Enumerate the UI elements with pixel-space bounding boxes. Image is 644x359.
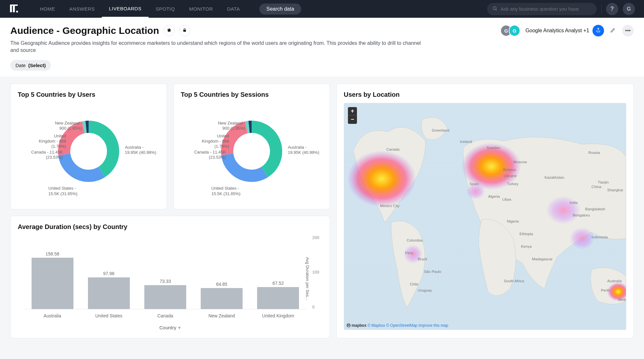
nav-liveboards[interactable]: LIVEBOARDS <box>102 0 149 18</box>
share-icon <box>596 27 601 34</box>
donut-chart-users[interactable]: Australia -19.95K (40.99%) United States… <box>18 103 159 200</box>
bar-value-label: 158.58 <box>45 251 59 256</box>
bar-categories: AustraliaUnited StatesCanadaNew ZealandU… <box>24 311 306 322</box>
bar-col[interactable]: 67.52 <box>257 281 299 309</box>
svg-text:São Paulo: São Paulo <box>424 269 441 274</box>
bar-block <box>201 288 243 309</box>
label-us: United States -15.5K (31.85%) <box>48 186 77 196</box>
label-canada: Canada - 11.45K(23.53%) <box>31 150 63 160</box>
top-nav: HOME ANSWERS LIVEBOARDS SPOTIQ MONITOR D… <box>0 0 644 18</box>
pencil-icon <box>610 27 616 34</box>
bar-area: 158.5897.9673.3364.8567.52 <box>24 235 306 309</box>
svg-point-19 <box>347 151 416 207</box>
svg-point-2 <box>16 11 18 13</box>
bar-category-label: Australia <box>32 311 73 322</box>
more-button[interactable]: ••• <box>622 25 634 36</box>
bar-category-label: New Zealand <box>201 311 243 322</box>
svg-point-21 <box>546 196 581 224</box>
card-title: Users by Location <box>344 91 626 98</box>
star-icon <box>167 27 172 34</box>
svg-line-5 <box>496 9 497 10</box>
bar-chart[interactable]: 158.5897.9673.3364.8567.52 AustraliaUnit… <box>24 235 306 322</box>
share-button[interactable] <box>592 25 604 36</box>
bar-block <box>257 287 299 309</box>
svg-rect-1 <box>13 6 15 12</box>
lock-icon <box>182 28 187 34</box>
label-us: United States -15.5K (31.85%) <box>211 186 240 196</box>
header-area: Audience - Geographic Location G G Googl… <box>0 18 644 76</box>
avatar-stack[interactable]: G G <box>500 25 520 36</box>
card-top-countries-users: Top 5 Countries by Users Australia -19.9… <box>10 84 167 209</box>
zoom-out-button[interactable]: − <box>348 115 357 124</box>
map-attribution: ⓜ mapbox © Mapbox © OpenStreetMap Improv… <box>347 323 448 328</box>
nav-links: HOME ANSWERS LIVEBOARDS SPOTIQ MONITOR D… <box>33 0 247 18</box>
label-australia: Australia -19.95K (40.99%) <box>125 145 156 155</box>
content-grid: Top 5 Countries by Users Australia -19.9… <box>0 76 644 345</box>
bar-category-label: United Kingdom <box>257 311 299 322</box>
svg-point-20 <box>462 143 521 190</box>
osm-link[interactable]: © OpenStreetMap <box>386 323 418 328</box>
search-data-button[interactable]: Search data <box>259 4 301 15</box>
label-australia: Australia -19.95K (40.99%) <box>288 145 319 155</box>
card-title: Top 5 Countries by Sessions <box>181 91 322 98</box>
nav-right: ? G <box>487 3 635 15</box>
bar-value-label: 97.96 <box>103 271 114 276</box>
logo[interactable] <box>9 4 19 14</box>
y-axis-label: Avg Duration per Ses... <box>305 257 310 300</box>
user-avatar[interactable]: G <box>623 3 635 15</box>
bar-value-label: 73.33 <box>159 279 171 284</box>
card-avg-duration: Average Duration (secs) by Country 158.5… <box>10 216 330 338</box>
bar-category-label: United States <box>88 311 130 322</box>
filter-date-label: Date <box>15 63 26 68</box>
nav-answers[interactable]: ANSWERS <box>62 0 102 18</box>
page-title: Audience - Geographic Location <box>10 25 159 36</box>
nav-home[interactable]: HOME <box>33 0 62 18</box>
bar-col[interactable]: 64.85 <box>201 282 243 309</box>
help-button[interactable]: ? <box>606 3 618 15</box>
label-nz: New Zealand -900 (1.85%) <box>50 121 82 131</box>
bar-block <box>144 285 186 309</box>
svg-rect-3 <box>10 5 18 6</box>
improve-map-link[interactable]: Improve this map <box>418 323 448 328</box>
ask-input-container[interactable] <box>487 3 597 15</box>
card-title: Top 5 Countries by Users <box>18 91 159 98</box>
bar-col[interactable]: 73.33 <box>144 279 186 309</box>
dots-icon: ••• <box>625 28 631 34</box>
map-zoom-controls: + − <box>348 107 357 124</box>
donut-chart-sessions[interactable]: Australia -19.95K (40.99%) United States… <box>181 103 322 200</box>
svg-point-12 <box>72 134 106 168</box>
chevron-down-icon: ▾ <box>178 325 181 331</box>
map-svg: Greenland Canada Mexico City Colombia Br… <box>344 103 626 330</box>
nav-monitor[interactable]: MONITOR <box>182 0 220 18</box>
bar-col[interactable]: 97.96 <box>88 271 130 309</box>
lock-button[interactable] <box>179 25 190 36</box>
bar-col[interactable]: 158.58 <box>32 251 73 309</box>
avatar-2: G <box>509 25 520 36</box>
mapbox-link[interactable]: © Mapbox <box>368 323 385 328</box>
label-canada: Canada - 11.45K(23.53%) <box>194 150 226 160</box>
nav-data[interactable]: DATA <box>220 0 247 18</box>
filter-date-chip[interactable]: Date (Select) <box>10 60 51 71</box>
label-uk: UnitedKingdom - 869(1.79%) <box>200 134 229 149</box>
bar-value-label: 64.85 <box>216 282 227 287</box>
favorite-button[interactable] <box>164 25 175 36</box>
nav-divider <box>601 5 601 14</box>
page-description: The Geographic Audience provides insight… <box>10 40 429 54</box>
label-uk: UnitedKingdom - 869(1.79%) <box>37 134 66 149</box>
card-title: Average Duration (secs) by Country <box>18 223 322 231</box>
shared-with-label: Google Analytics Analyst +1 <box>525 28 589 34</box>
nav-spotiq[interactable]: SPOTIQ <box>149 0 182 18</box>
svg-point-22 <box>570 227 595 249</box>
map-area[interactable]: + − <box>344 103 626 330</box>
edit-button[interactable] <box>607 25 619 36</box>
search-icon <box>492 6 497 12</box>
svg-point-4 <box>493 6 496 9</box>
bar-value-label: 67.52 <box>273 281 284 286</box>
y-ticks: 200 100 0 <box>312 235 319 309</box>
ask-input[interactable] <box>501 6 591 12</box>
x-axis-label[interactable]: Country ▾ <box>18 325 322 331</box>
svg-point-25 <box>466 184 485 199</box>
svg-rect-6 <box>183 30 186 32</box>
bar-category-label: Canada <box>144 311 186 322</box>
zoom-in-button[interactable]: + <box>348 107 357 115</box>
